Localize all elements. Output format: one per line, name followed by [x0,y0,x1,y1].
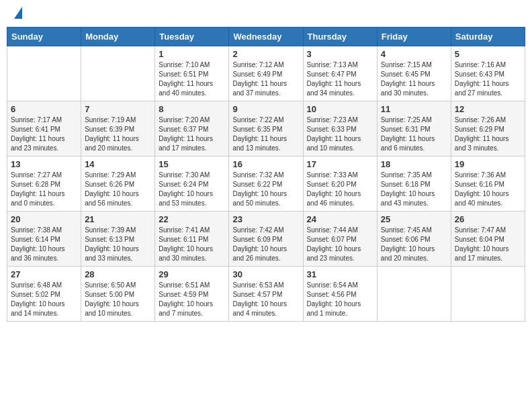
day-cell: 19Sunrise: 7:36 AM Sunset: 6:16 PM Dayli… [451,156,525,212]
day-number: 18 [381,159,447,169]
day-cell: 11Sunrise: 7:25 AM Sunset: 6:31 PM Dayli… [377,101,451,156]
day-info: Sunrise: 7:39 AM Sunset: 6:13 PM Dayligh… [85,226,151,263]
day-info: Sunrise: 7:17 AM Sunset: 6:41 PM Dayligh… [11,116,77,153]
day-info: Sunrise: 7:35 AM Sunset: 6:18 PM Dayligh… [381,171,447,208]
day-number: 11 [381,104,447,114]
day-cell: 10Sunrise: 7:23 AM Sunset: 6:33 PM Dayli… [303,101,377,156]
day-number: 2 [232,49,299,59]
day-info: Sunrise: 6:54 AM Sunset: 4:56 PM Dayligh… [307,281,373,318]
day-number: 15 [159,159,225,169]
day-cell: 8Sunrise: 7:20 AM Sunset: 6:37 PM Daylig… [155,101,229,156]
day-info: Sunrise: 7:15 AM Sunset: 6:45 PM Dayligh… [381,60,447,98]
day-cell: 22Sunrise: 7:41 AM Sunset: 6:11 PM Dayli… [155,212,229,267]
week-row-2: 6Sunrise: 7:17 AM Sunset: 6:41 PM Daylig… [7,101,525,156]
day-cell: 12Sunrise: 7:26 AM Sunset: 6:29 PM Dayli… [451,101,525,156]
day-number: 12 [455,104,521,114]
weekday-header-thursday: Thursday [303,28,377,46]
day-number: 5 [455,49,521,59]
day-number: 17 [307,159,373,169]
week-row-5: 27Sunrise: 6:48 AM Sunset: 5:02 PM Dayli… [7,267,525,322]
day-number: 27 [11,269,77,279]
day-cell: 20Sunrise: 7:38 AM Sunset: 6:14 PM Dayli… [7,212,81,267]
calendar-table: SundayMondayTuesdayWednesdayThursdayFrid… [7,27,525,322]
day-cell: 27Sunrise: 6:48 AM Sunset: 5:02 PM Dayli… [7,267,81,322]
day-info: Sunrise: 7:22 AM Sunset: 6:35 PM Dayligh… [232,116,299,153]
day-info: Sunrise: 7:29 AM Sunset: 6:26 PM Dayligh… [85,171,151,208]
weekday-header-monday: Monday [81,28,155,46]
weekday-header-wednesday: Wednesday [229,28,303,46]
day-info: Sunrise: 7:45 AM Sunset: 6:06 PM Dayligh… [381,226,447,263]
day-number: 24 [307,214,373,224]
day-number: 13 [11,159,77,169]
day-info: Sunrise: 7:23 AM Sunset: 6:33 PM Dayligh… [307,116,373,153]
day-number: 23 [232,214,299,224]
day-cell: 29Sunrise: 6:51 AM Sunset: 4:59 PM Dayli… [155,267,229,322]
day-number: 14 [85,159,151,169]
day-number: 9 [232,104,299,114]
weekday-header-friday: Friday [377,28,451,46]
day-cell: 5Sunrise: 7:16 AM Sunset: 6:43 PM Daylig… [451,46,525,101]
day-cell: 14Sunrise: 7:29 AM Sunset: 6:26 PM Dayli… [81,156,155,212]
day-number: 4 [381,49,447,59]
day-info: Sunrise: 7:27 AM Sunset: 6:28 PM Dayligh… [11,171,77,208]
day-info: Sunrise: 7:12 AM Sunset: 6:49 PM Dayligh… [232,60,299,98]
day-info: Sunrise: 7:30 AM Sunset: 6:24 PM Dayligh… [159,171,225,208]
day-cell: 18Sunrise: 7:35 AM Sunset: 6:18 PM Dayli… [377,156,451,212]
day-cell: 3Sunrise: 7:13 AM Sunset: 6:47 PM Daylig… [303,46,377,101]
day-number: 19 [455,159,521,169]
day-number: 10 [307,104,373,114]
day-cell: 15Sunrise: 7:30 AM Sunset: 6:24 PM Dayli… [155,156,229,212]
day-info: Sunrise: 7:38 AM Sunset: 6:14 PM Dayligh… [11,226,77,263]
day-cell: 17Sunrise: 7:33 AM Sunset: 6:20 PM Dayli… [303,156,377,212]
weekday-header-saturday: Saturday [451,28,525,46]
day-info: Sunrise: 7:32 AM Sunset: 6:22 PM Dayligh… [232,171,299,208]
day-info: Sunrise: 7:26 AM Sunset: 6:29 PM Dayligh… [455,116,521,153]
day-number: 31 [307,269,373,279]
day-info: Sunrise: 7:16 AM Sunset: 6:43 PM Dayligh… [455,60,521,98]
day-number: 6 [11,104,77,114]
day-cell: 4Sunrise: 7:15 AM Sunset: 6:45 PM Daylig… [377,46,451,101]
day-info: Sunrise: 6:51 AM Sunset: 4:59 PM Dayligh… [159,281,225,318]
day-cell [7,46,81,101]
day-info: Sunrise: 7:47 AM Sunset: 6:04 PM Dayligh… [455,226,521,263]
day-number: 20 [11,214,77,224]
day-cell: 26Sunrise: 7:47 AM Sunset: 6:04 PM Dayli… [451,212,525,267]
logo [12,9,22,19]
day-info: Sunrise: 7:42 AM Sunset: 6:09 PM Dayligh… [232,226,299,263]
day-number: 1 [159,49,225,59]
day-number: 22 [159,214,225,224]
day-cell: 13Sunrise: 7:27 AM Sunset: 6:28 PM Dayli… [7,156,81,212]
day-cell: 23Sunrise: 7:42 AM Sunset: 6:09 PM Dayli… [229,212,303,267]
day-cell [451,267,525,322]
day-number: 8 [159,104,225,114]
day-info: Sunrise: 7:36 AM Sunset: 6:16 PM Dayligh… [455,171,521,208]
day-cell: 6Sunrise: 7:17 AM Sunset: 6:41 PM Daylig… [7,101,81,156]
day-cell: 28Sunrise: 6:50 AM Sunset: 5:00 PM Dayli… [81,267,155,322]
day-number: 3 [307,49,373,59]
day-number: 28 [85,269,151,279]
day-cell: 21Sunrise: 7:39 AM Sunset: 6:13 PM Dayli… [81,212,155,267]
day-number: 30 [232,269,299,279]
day-info: Sunrise: 6:48 AM Sunset: 5:02 PM Dayligh… [11,281,77,318]
day-info: Sunrise: 7:33 AM Sunset: 6:20 PM Dayligh… [307,171,373,208]
day-info: Sunrise: 7:13 AM Sunset: 6:47 PM Dayligh… [307,60,373,98]
day-info: Sunrise: 7:20 AM Sunset: 6:37 PM Dayligh… [159,116,225,153]
day-cell: 24Sunrise: 7:44 AM Sunset: 6:07 PM Dayli… [303,212,377,267]
day-cell: 31Sunrise: 6:54 AM Sunset: 4:56 PM Dayli… [303,267,377,322]
day-cell: 7Sunrise: 7:19 AM Sunset: 6:39 PM Daylig… [81,101,155,156]
day-info: Sunrise: 7:44 AM Sunset: 6:07 PM Dayligh… [307,226,373,263]
weekday-header-row: SundayMondayTuesdayWednesdayThursdayFrid… [7,28,525,46]
day-info: Sunrise: 7:41 AM Sunset: 6:11 PM Dayligh… [159,226,225,263]
day-cell: 16Sunrise: 7:32 AM Sunset: 6:22 PM Dayli… [229,156,303,212]
day-number: 21 [85,214,151,224]
day-info: Sunrise: 7:10 AM Sunset: 6:51 PM Dayligh… [159,60,225,98]
day-number: 7 [85,104,151,114]
day-number: 25 [381,214,447,224]
day-info: Sunrise: 7:25 AM Sunset: 6:31 PM Dayligh… [381,116,447,153]
week-row-4: 20Sunrise: 7:38 AM Sunset: 6:14 PM Dayli… [7,212,525,267]
day-cell: 25Sunrise: 7:45 AM Sunset: 6:06 PM Dayli… [377,212,451,267]
day-info: Sunrise: 7:19 AM Sunset: 6:39 PM Dayligh… [85,116,151,153]
page-header [7,7,525,21]
day-number: 26 [455,214,521,224]
day-cell [377,267,451,322]
